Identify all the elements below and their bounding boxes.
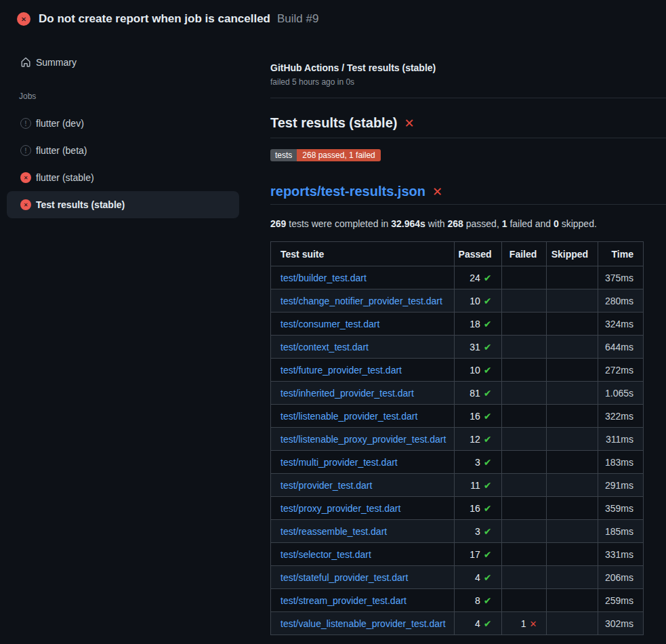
check-icon: ✔ (484, 296, 492, 306)
passed-cell: 10✔ (454, 359, 501, 382)
time-cell: 280ms (598, 289, 644, 313)
test-suite-link[interactable]: test/change_notifier_provider_test.dart (280, 296, 442, 306)
time-cell: 644ms (598, 336, 644, 359)
table-row: test/future_provider_test.dart10✔272ms (271, 359, 644, 382)
failed-x-icon: ✕ (404, 117, 414, 129)
jobs-list: !flutter (dev)!flutter (beta)✕flutter (s… (0, 110, 270, 218)
x-circle-icon: ✕ (17, 12, 30, 26)
sidebar-item-job-2[interactable]: ✕flutter (stable) (7, 164, 239, 191)
count-value: 4 (475, 572, 480, 583)
x-circle-icon: ✕ (20, 172, 31, 183)
passed-cell: 24✔ (454, 266, 501, 289)
table-row: test/reassemble_test.dart3✔185ms (271, 520, 644, 543)
skipped-cell (547, 313, 598, 336)
suite-cell: test/future_provider_test.dart (271, 359, 455, 382)
sidebar-item-job-3[interactable]: ✕Test results (stable) (7, 191, 239, 218)
suite-cell: test/builder_test.dart (271, 266, 455, 289)
count-value: 11 (470, 480, 480, 491)
test-suite-link[interactable]: test/builder_test.dart (280, 273, 367, 283)
failed-cell (501, 451, 547, 474)
report-heading: reports/test-results.json ✕ (270, 183, 666, 200)
test-suite-link[interactable]: test/listenable_proxy_provider_test.dart (280, 434, 446, 445)
suite-cell: test/selector_test.dart (271, 543, 455, 566)
test-suite-link[interactable]: test/inherited_provider_test.dart (280, 388, 414, 399)
sidebar-item-label: flutter (dev) (36, 118, 84, 129)
tests-badge: tests 268 passed, 1 failed (270, 149, 381, 161)
test-suite-link[interactable]: test/selector_test.dart (280, 549, 371, 560)
test-suite-link[interactable]: test/stream_provider_test.dart (280, 595, 407, 606)
skipped-cell (547, 336, 598, 359)
sidebar-item-label: flutter (stable) (36, 172, 94, 183)
test-suite-link[interactable]: test/listenable_provider_test.dart (280, 411, 417, 422)
failed-cell (501, 289, 547, 313)
check-icon: ✔ (484, 411, 492, 422)
passed-cell: 31✔ (454, 336, 501, 359)
test-suite-link[interactable]: test/reassemble_test.dart (280, 526, 387, 537)
check-icon: ✔ (484, 365, 492, 376)
table-header-row: Test suite Passed Failed Skipped Time (271, 242, 644, 266)
check-icon: ✔ (484, 618, 492, 629)
sidebar-item-summary[interactable]: Summary (7, 49, 239, 76)
test-suite-link[interactable]: test/stateful_provider_test.dart (280, 572, 408, 583)
table-row: test/consumer_test.dart18✔324ms (271, 313, 644, 336)
page-layout: Summary Jobs !flutter (dev)!flutter (bet… (0, 38, 666, 635)
check-icon: ✔ (484, 434, 492, 445)
heading-divider (270, 138, 666, 138)
skipped-cell (547, 289, 598, 313)
time-cell: 185ms (598, 520, 644, 543)
check-icon: ✔ (484, 319, 492, 329)
table-row: test/provider_test.dart11✔291ms (271, 474, 644, 497)
failed-cell (501, 497, 547, 520)
count-value: 16 (470, 503, 480, 514)
check-icon: ✔ (484, 526, 492, 537)
summary-part: 1 (502, 218, 507, 229)
x-circle-icon: ✕ (20, 199, 31, 210)
sidebar-item-job-0[interactable]: !flutter (dev) (7, 110, 239, 137)
count-value: 24 (470, 273, 480, 283)
time-cell: 183ms (598, 451, 644, 474)
failed-cell (501, 474, 547, 497)
summary-part: with (425, 218, 448, 229)
count-value: 81 (470, 388, 480, 399)
time-cell: 206ms (598, 566, 644, 589)
suite-cell: test/stream_provider_test.dart (271, 589, 455, 612)
time-cell: 291ms (598, 474, 644, 497)
test-suite-link[interactable]: test/proxy_provider_test.dart (280, 503, 400, 514)
test-suite-link[interactable]: test/provider_test.dart (280, 480, 372, 491)
suite-cell: test/reassemble_test.dart (271, 520, 455, 543)
table-row: test/listenable_proxy_provider_test.dart… (271, 428, 644, 451)
time-cell: 324ms (598, 313, 644, 336)
table-row: test/inherited_provider_test.dart81✔1.06… (271, 382, 644, 405)
passed-cell: 12✔ (454, 428, 501, 451)
count-value: 17 (470, 549, 480, 560)
test-suite-link[interactable]: test/future_provider_test.dart (280, 365, 402, 376)
sidebar-item-job-1[interactable]: !flutter (beta) (7, 137, 239, 164)
test-suite-link[interactable]: test/context_test.dart (280, 342, 369, 353)
report-file-link[interactable]: reports/test-results.json (270, 183, 425, 200)
summary-part: failed and (507, 218, 554, 229)
check-icon: ✔ (484, 503, 492, 514)
failed-cell (501, 266, 547, 289)
skipped-cell (547, 359, 598, 382)
skipped-cell (547, 497, 598, 520)
skipped-cell (547, 382, 598, 405)
passed-cell: 17✔ (454, 543, 501, 566)
failed-cell (501, 405, 547, 428)
suite-cell: test/stateful_provider_test.dart (271, 566, 455, 589)
col-header-skipped: Skipped (547, 242, 598, 266)
test-suite-link[interactable]: test/multi_provider_test.dart (280, 457, 398, 468)
test-suite-link[interactable]: test/consumer_test.dart (280, 319, 379, 329)
skipped-cell (547, 474, 598, 497)
failed-cell (501, 520, 547, 543)
run-status-line: failed 5 hours ago in 0s (270, 77, 666, 87)
test-suite-link[interactable]: test/value_listenable_provider_test.dart (280, 618, 446, 629)
table-row: test/selector_test.dart17✔331ms (271, 543, 644, 566)
passed-cell: 3✔ (454, 520, 501, 543)
x-icon: ✕ (529, 619, 537, 629)
sidebar-item-label: flutter (beta) (36, 145, 87, 156)
col-header-passed: Passed (454, 242, 501, 266)
time-cell: 259ms (598, 589, 644, 612)
passed-cell: 18✔ (454, 313, 501, 336)
count-value: 4 (475, 618, 480, 629)
col-header-test-suite: Test suite (271, 242, 455, 266)
